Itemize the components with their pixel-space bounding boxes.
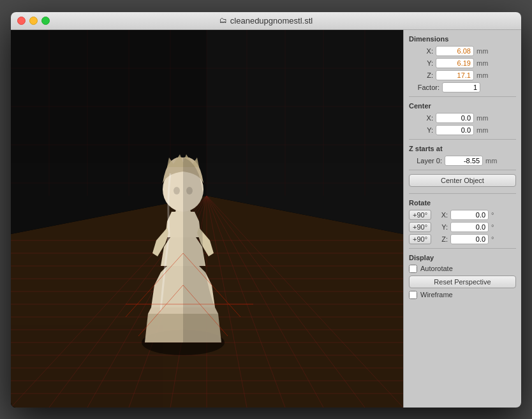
rotate-z-row: +90° Z: ° xyxy=(409,234,516,244)
content-area: Dimensions X: mm Y: mm Z: mm Factor: xyxy=(11,30,521,408)
center-x-row: X: mm xyxy=(409,113,516,123)
center-x-unit: mm xyxy=(477,114,488,122)
titlebar: 🗂 cleanedupgnomestl.stl xyxy=(11,12,521,30)
layer-row: Layer 0: mm xyxy=(409,156,516,166)
center-y-row: Y: mm xyxy=(409,125,516,135)
dim-y-unit: mm xyxy=(477,59,488,67)
dim-z-label: Z: xyxy=(409,71,433,79)
factor-label: Factor: xyxy=(409,84,440,91)
display-section-title: Display xyxy=(409,254,516,261)
dimensions-section-title: Dimensions xyxy=(409,35,516,43)
center-x-label: X: xyxy=(409,114,433,122)
center-y-unit: mm xyxy=(477,126,488,134)
factor-input[interactable] xyxy=(442,82,480,92)
dim-x-row: X: mm xyxy=(409,46,516,56)
rotate-x-input[interactable] xyxy=(450,210,489,220)
divider-3 xyxy=(409,170,516,170)
viewport-svg xyxy=(11,30,403,408)
rotate-y-label: Y: xyxy=(434,223,448,231)
center-section-title: Center xyxy=(409,102,516,110)
dim-x-label: X: xyxy=(409,47,433,55)
rotate-z-button[interactable]: +90° xyxy=(409,234,431,244)
rotate-z-unit: ° xyxy=(491,235,503,243)
title-text: cleanedupgnomestl.stl xyxy=(230,16,313,26)
divider-1 xyxy=(409,96,516,97)
dim-z-input[interactable] xyxy=(436,70,474,80)
rotate-z-label: Z: xyxy=(434,235,448,243)
close-button[interactable] xyxy=(17,17,26,25)
rotate-y-button[interactable]: +90° xyxy=(409,222,431,232)
zstarts-section-title: Z starts at xyxy=(409,145,516,152)
rotate-x-button[interactable]: +90° xyxy=(409,210,431,220)
rotate-z-input[interactable] xyxy=(450,234,489,244)
wireframe-checkbox[interactable] xyxy=(409,291,417,299)
wireframe-row: Wireframe xyxy=(409,291,516,299)
rotate-y-row: +90° Y: ° xyxy=(409,222,516,232)
divider-4 xyxy=(409,193,516,194)
dim-y-row: Y: mm xyxy=(409,58,516,68)
svg-point-43 xyxy=(174,187,180,195)
rotate-y-input[interactable] xyxy=(450,222,489,232)
sidebar: Dimensions X: mm Y: mm Z: mm Factor: xyxy=(403,30,521,408)
dim-y-input[interactable] xyxy=(436,58,474,68)
dim-y-label: Y: xyxy=(409,59,433,67)
layer-input[interactable] xyxy=(445,156,483,166)
dim-z-row: Z: mm xyxy=(409,70,516,80)
3d-viewport[interactable] xyxy=(11,30,403,408)
maximize-button[interactable] xyxy=(41,17,50,25)
rotate-x-unit: ° xyxy=(491,211,503,219)
layer-unit: mm xyxy=(485,157,497,165)
autorotate-row: Autorotate xyxy=(409,265,516,273)
autorotate-label: Autorotate xyxy=(420,265,453,272)
rotate-x-label: X: xyxy=(434,211,448,219)
dim-x-unit: mm xyxy=(477,47,488,55)
divider-2 xyxy=(409,139,516,140)
rotate-x-row: +90° X: ° xyxy=(409,210,516,220)
reset-perspective-button[interactable]: Reset Perspective xyxy=(409,276,516,288)
window-title: 🗂 cleanedupgnomestl.stl xyxy=(219,16,313,26)
rotate-y-unit: ° xyxy=(491,223,503,231)
wireframe-label: Wireframe xyxy=(420,291,453,298)
file-icon: 🗂 xyxy=(219,16,227,25)
minimize-button[interactable] xyxy=(29,17,38,25)
factor-row: Factor: xyxy=(409,82,516,92)
main-window: 🗂 cleanedupgnomestl.stl xyxy=(11,12,521,408)
divider-5 xyxy=(409,248,516,249)
center-y-input[interactable] xyxy=(436,125,474,135)
traffic-lights xyxy=(17,17,50,25)
center-x-input[interactable] xyxy=(436,113,474,123)
dim-z-unit: mm xyxy=(477,71,488,79)
autorotate-checkbox[interactable] xyxy=(409,265,417,273)
center-object-button[interactable]: Center Object xyxy=(409,174,516,187)
dim-x-input[interactable] xyxy=(436,46,474,56)
layer-label: Layer 0: xyxy=(409,157,442,165)
center-y-label: Y: xyxy=(409,126,433,134)
rotate-section-title: Rotate xyxy=(409,199,516,207)
